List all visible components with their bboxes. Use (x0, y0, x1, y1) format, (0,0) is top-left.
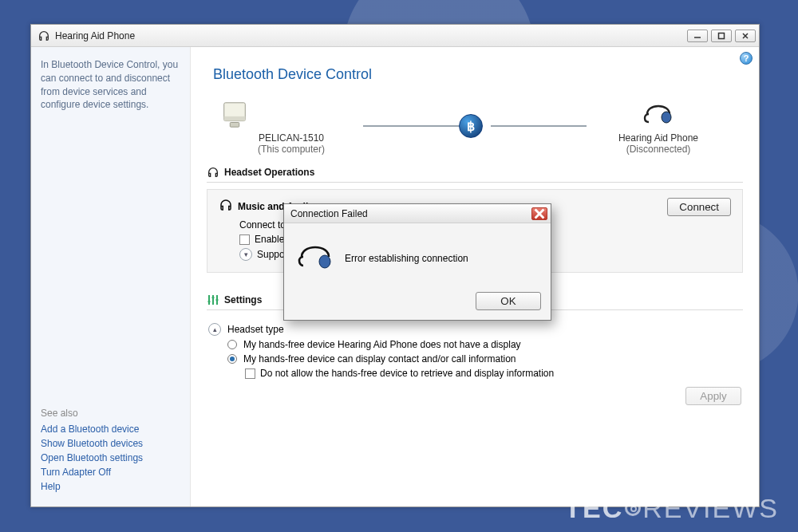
titlebar: Hearing Aid Phone (31, 25, 759, 47)
node-device: Hearing Aid Phone (Disconnected) (587, 97, 730, 155)
dialog-ok-button[interactable]: OK (476, 292, 541, 310)
device-name: Hearing Aid Phone (587, 132, 730, 144)
dialog-close-button[interactable] (531, 207, 547, 220)
sidebar-see-also: See also Add a Bluetooth device Show Blu… (41, 408, 180, 495)
apply-button[interactable]: Apply (685, 387, 741, 405)
link-turn-adapter-off[interactable]: Turn Adapter Off (41, 467, 180, 478)
radio-has-display[interactable] (227, 354, 237, 364)
headset-operations-label: Headset Operations (224, 167, 314, 178)
headset-section-icon (207, 166, 219, 179)
window-title: Hearing Aid Phone (55, 30, 684, 41)
settings-section-icon (207, 294, 219, 306)
page-title: Bluetooth Device Control (213, 66, 743, 83)
checkbox-do-not-allow-label: Do not allow the hands-free device to re… (260, 368, 554, 379)
connection-diagram: PELICAN-1510 (This computer) ฿ Hearing A… (207, 97, 743, 155)
radio-no-display-label: My hands-free device Hearing Aid Phone d… (243, 339, 521, 350)
headset-icon (38, 30, 50, 42)
dialog-message: Error establishing connection (345, 253, 468, 264)
node-computer: PELICAN-1510 (This computer) (219, 97, 363, 155)
connector-left (363, 125, 459, 127)
svg-rect-4 (230, 123, 239, 128)
dialog-body: Error establishing connection (284, 223, 551, 287)
svg-point-7 (211, 296, 214, 298)
chevron-down-icon[interactable]: ▾ (239, 248, 252, 261)
sidebar-intro: In Bluetooth Device Control, you can con… (41, 58, 180, 112)
connect-button[interactable]: Connect (667, 198, 731, 216)
computer-sub: (This computer) (219, 144, 363, 155)
device-sub: (Disconnected) (587, 144, 730, 155)
settings-label: Settings (224, 294, 262, 305)
headphones-icon (219, 198, 233, 215)
close-button[interactable] (735, 30, 756, 42)
minimize-button[interactable] (687, 30, 708, 42)
dialog-headset-icon (297, 244, 334, 274)
enable-speech-checkbox[interactable] (239, 234, 250, 245)
headset-device-icon (587, 97, 730, 132)
link-help[interactable]: Help (41, 481, 180, 492)
maximize-button[interactable] (711, 30, 732, 42)
link-open-bluetooth-settings[interactable]: Open Bluetooth settings (41, 452, 180, 463)
svg-point-9 (319, 255, 330, 268)
svg-rect-1 (719, 33, 725, 38)
radio-no-display[interactable] (227, 340, 237, 349)
connector-right (491, 125, 587, 127)
computer-icon (219, 97, 250, 132)
link-show-bluetooth-devices[interactable]: Show Bluetooth devices (41, 438, 180, 449)
computer-name: PELICAN-1510 (219, 132, 363, 144)
checkbox-do-not-allow[interactable] (245, 368, 255, 379)
headset-type-label: Headset type (227, 324, 284, 335)
svg-point-8 (215, 298, 218, 301)
chevron-up-icon[interactable]: ▴ (208, 323, 221, 336)
svg-rect-3 (224, 116, 246, 121)
link-add-bluetooth-device[interactable]: Add a Bluetooth device (41, 424, 180, 435)
dialog-titlebar: Connection Failed (284, 204, 551, 223)
help-icon[interactable]: ? (740, 52, 753, 65)
bluetooth-icon: ฿ (459, 114, 483, 138)
radio-has-display-label: My hands-free device can display contact… (243, 353, 516, 365)
settings-panel: ▴ Headset type My hands-free device Hear… (207, 317, 743, 408)
svg-point-6 (207, 300, 210, 302)
sidebar: In Bluetooth Device Control, you can con… (31, 47, 191, 506)
headset-operations-header: Headset Operations (207, 166, 743, 183)
see-also-header: See also (41, 408, 180, 419)
dialog-title: Connection Failed (290, 208, 368, 219)
svg-point-5 (662, 112, 671, 123)
connection-failed-dialog: Connection Failed Error establishing con… (283, 203, 551, 321)
